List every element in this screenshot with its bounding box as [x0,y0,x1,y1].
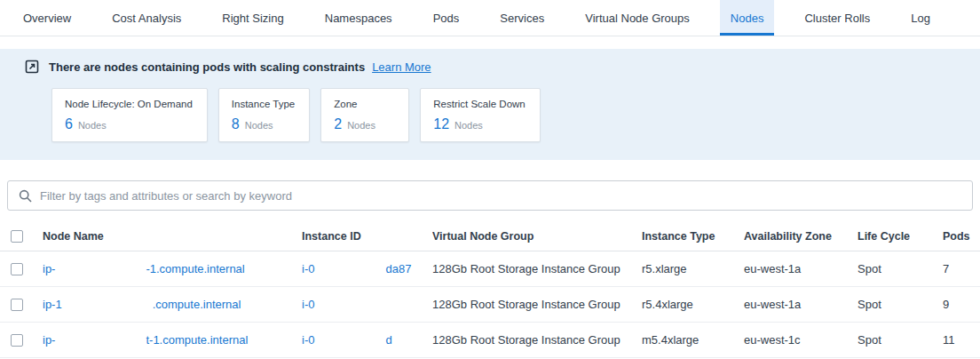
card-title: Restrict Scale Down [433,99,526,109]
instance-id-link[interactable]: i-0da87 [302,262,432,275]
tab-virtual-node-groups[interactable]: Virtual Node Groups [574,0,700,36]
search-input[interactable] [40,189,961,203]
scaling-constraints-banner: There are nodes containing pods with sca… [0,49,980,160]
tab-cost-analysis[interactable]: Cost Analysis [101,0,192,36]
row-checkbox[interactable] [11,299,23,311]
tab-overview[interactable]: Overview [12,0,82,36]
tab-services[interactable]: Services [489,0,555,36]
tab-bar: Overview Cost Analysis Right Sizing Name… [0,0,980,36]
row-checkbox[interactable] [11,263,23,275]
scaling-constraints-icon [25,60,39,74]
virtual-node-group-cell: 128Gb Root Storage Instance Group [432,298,642,311]
card-count: 8 [232,116,240,132]
node-name-link[interactable]: ip-1.compute.internal [43,298,302,311]
tab-namespaces[interactable]: Namespaces [314,0,403,36]
select-all-checkbox[interactable] [11,230,23,243]
life-cycle-cell: Spot [858,262,943,275]
header-node-name: Node Name [43,230,302,243]
instance-type-cell: m5.4xlarge [642,333,744,347]
card-unit: Nodes [78,120,107,131]
table-row: ip-t-1.compute.internal i-0d 128Gb Root … [0,323,980,358]
virtual-node-group-cell: 128Gb Root Storage Instance Group [432,262,642,275]
constraint-card-instance-type[interactable]: Instance Type 8 Nodes [218,88,310,142]
header-instance-id: Instance ID [302,230,432,243]
tab-right-sizing[interactable]: Right Sizing [211,0,294,36]
card-title: Node Lifecycle: On Demand [65,99,193,109]
pods-cell: 11 [943,333,980,347]
filter-search-bar[interactable] [7,180,973,211]
pods-cell: 9 [943,298,980,311]
table-row: ip-1.compute.internal i-0 128Gb Root Sto… [0,287,980,323]
pods-cell: 7 [943,262,980,275]
instance-type-cell: r5.xlarge [642,262,744,275]
card-count: 12 [433,116,449,132]
card-count: 6 [65,116,73,132]
availability-zone-cell: eu-west-1c [744,333,858,347]
instance-id-link[interactable]: i-0 [302,298,432,311]
card-count: 2 [334,116,342,132]
cluster-nodes-page: Overview Cost Analysis Right Sizing Name… [0,0,980,358]
search-icon [19,189,32,203]
constraint-card-node-lifecycle[interactable]: Node Lifecycle: On Demand 6 Nodes [51,88,208,142]
constraint-card-zone[interactable]: Zone 2 Nodes [320,88,409,142]
card-title: Zone [334,99,394,109]
card-unit: Nodes [347,120,375,131]
node-name-link[interactable]: ip--1.compute.internal [43,262,302,275]
life-cycle-cell: Spot [858,333,943,347]
banner-message: There are nodes containing pods with sca… [49,60,365,74]
nodes-table: Node Name Instance ID Virtual Node Group… [0,221,980,358]
life-cycle-cell: Spot [858,298,943,311]
tab-log[interactable]: Log [900,0,941,36]
node-name-link[interactable]: ip-t-1.compute.internal [43,333,302,347]
instance-type-cell: r5.4xlarge [642,298,744,311]
header-life-cycle: Life Cycle [858,230,943,243]
card-unit: Nodes [454,120,483,131]
availability-zone-cell: eu-west-1a [744,298,858,311]
instance-id-link[interactable]: i-0d [302,333,432,347]
virtual-node-group-cell: 128Gb Root Storage Instance Group [432,333,642,347]
header-virtual-node-group: Virtual Node Group [432,230,642,243]
table-row: ip--1.compute.internal i-0da87 128Gb Roo… [0,251,980,287]
availability-zone-cell: eu-west-1a [744,262,858,275]
tab-cluster-rolls[interactable]: Cluster Rolls [794,0,881,36]
header-pods: Pods [943,230,980,243]
tab-pods[interactable]: Pods [423,0,470,36]
card-title: Instance Type [232,99,295,109]
table-header-row: Node Name Instance ID Virtual Node Group… [0,221,980,251]
header-availability-zone: Availability Zone [744,230,858,243]
constraint-cards: Node Lifecycle: On Demand 6 Nodes Instan… [51,88,980,142]
constraint-card-restrict-scale-down[interactable]: Restrict Scale Down 12 Nodes [420,88,541,142]
banner-message-row: There are nodes containing pods with sca… [0,60,980,74]
row-checkbox[interactable] [11,334,23,347]
header-instance-type: Instance Type [642,230,744,243]
learn-more-link[interactable]: Learn More [372,60,431,74]
card-unit: Nodes [245,120,273,131]
tab-nodes[interactable]: Nodes [720,0,775,36]
